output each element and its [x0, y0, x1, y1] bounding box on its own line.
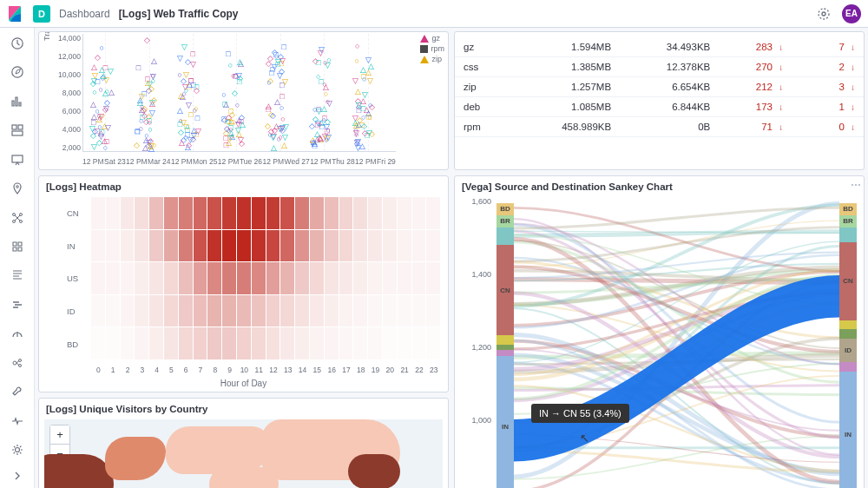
map-title: [Logs] Unique Visitors by Country	[39, 399, 448, 416]
panel-options-icon[interactable]: ⋯	[851, 179, 861, 191]
siem-icon[interactable]	[9, 354, 26, 371]
dashboard-icon[interactable]	[9, 122, 26, 138]
table-row[interactable]: rpm458.989KB0B71 ↓0 ↓	[455, 117, 864, 137]
avatar[interactable]: EA	[842, 4, 861, 23]
zoom-in-button[interactable]: +	[50, 425, 69, 445]
scatter-legend: gzrpmzip	[420, 34, 445, 63]
sankey-panel: [Vega] Source and Destination Sankey Cha…	[454, 175, 865, 488]
kibana-logo-icon[interactable]	[7, 5, 24, 23]
svg-point-0	[819, 9, 829, 19]
apm-icon[interactable]	[9, 296, 26, 313]
table-panel: gz1.594MB34.493KB283 ↓7 ↓css1.385MB12.37…	[454, 31, 865, 170]
monitoring-icon[interactable]	[9, 412, 26, 429]
svg-rect-7	[12, 155, 23, 162]
svg-point-16	[15, 448, 19, 452]
metrics-icon[interactable]	[9, 238, 26, 254]
svg-rect-5	[18, 125, 23, 129]
dev-tools-icon[interactable]	[9, 384, 26, 400]
table-row[interactable]: zip1.257MB6.654KB212 ↓3 ↓	[455, 77, 864, 97]
canvas-icon[interactable]	[9, 151, 26, 168]
recent-icon[interactable]	[9, 35, 26, 51]
scatter-plot-area[interactable]: ▽◇◇◇○▽□○◇□△○○□▽△▽△▽◇△△○△△▽○▽▽□○◇○△□△◇◇▽△…	[82, 34, 396, 152]
scatter-ylabel: Transferred bytes	[43, 31, 51, 41]
scatter-panel: Transferred bytes 14,00012,00010,0008,00…	[38, 31, 449, 170]
collapse-icon[interactable]	[9, 471, 26, 488]
table-row[interactable]: gz1.594MB34.493KB283 ↓7 ↓	[455, 37, 864, 57]
ml-icon[interactable]	[9, 209, 26, 226]
svg-rect-4	[12, 125, 16, 129]
svg-point-13	[13, 361, 16, 365]
svg-point-8	[16, 186, 18, 188]
app-header: D Dashboard [Logs] Web Traffic Copy EA	[0, 0, 868, 28]
heatmap-title: [Logs] Heatmap	[39, 176, 448, 194]
maps-icon[interactable]	[9, 180, 26, 196]
sankey-title: [Vega] Source and Destination Sankey Cha…	[455, 176, 864, 194]
svg-point-1	[822, 12, 825, 16]
extension-table: gz1.594MB34.493KB283 ↓7 ↓css1.385MB12.37…	[455, 37, 864, 137]
table-row[interactable]: css1.385MB12.378KB270 ↓2 ↓	[455, 57, 864, 77]
cursor-icon: ↖	[580, 432, 589, 445]
space-badge[interactable]: D	[33, 5, 50, 23]
map-area[interactable]: + − ⛶	[44, 419, 443, 488]
sankey-area[interactable]: BDBRCNIN BDBRCNIDIN IN → CN 55 (3.4%) ↖	[496, 197, 857, 488]
breadcrumb-current[interactable]: [Logs] Web Traffic Copy	[119, 8, 239, 20]
scatter-x-ticks: 12 PMSat 2312 PMMar 2412 PMMon 2512 PMTu…	[82, 157, 396, 166]
nav-sidebar	[0, 28, 35, 488]
discover-icon[interactable]	[9, 63, 26, 80]
management-icon[interactable]	[9, 442, 26, 458]
dashboard-grid: Transferred bytes 14,00012,00010,0008,00…	[35, 28, 868, 488]
heatmap-panel: [Logs] Heatmap CNINUSIDBD 01234567891011…	[38, 175, 449, 392]
map-panel: [Logs] Unique Visitors by Country + − ⛶	[38, 398, 449, 488]
uptime-icon[interactable]	[9, 326, 26, 342]
breadcrumb-root[interactable]: Dashboard	[59, 8, 110, 20]
sankey-y-ticks: 1,6001,4001,2001,000800	[462, 197, 491, 488]
visualize-icon[interactable]	[9, 93, 26, 109]
scatter-y-ticks: 14,00012,00010,0008,0006,0004,0002,000	[55, 34, 81, 152]
heatmap-x-ticks: 01234567891011121314151617181920212223	[91, 366, 441, 374]
newsfeed-icon[interactable]	[814, 4, 833, 23]
svg-rect-6	[12, 131, 23, 135]
heatmap-xtitle: Hour of Day	[39, 379, 448, 388]
logs-icon[interactable]	[9, 267, 26, 284]
heatmap-area[interactable]: CNINUSIDBD	[91, 197, 441, 360]
table-row[interactable]: deb1.085MB6.844KB173 ↓1 ↓	[455, 97, 864, 117]
